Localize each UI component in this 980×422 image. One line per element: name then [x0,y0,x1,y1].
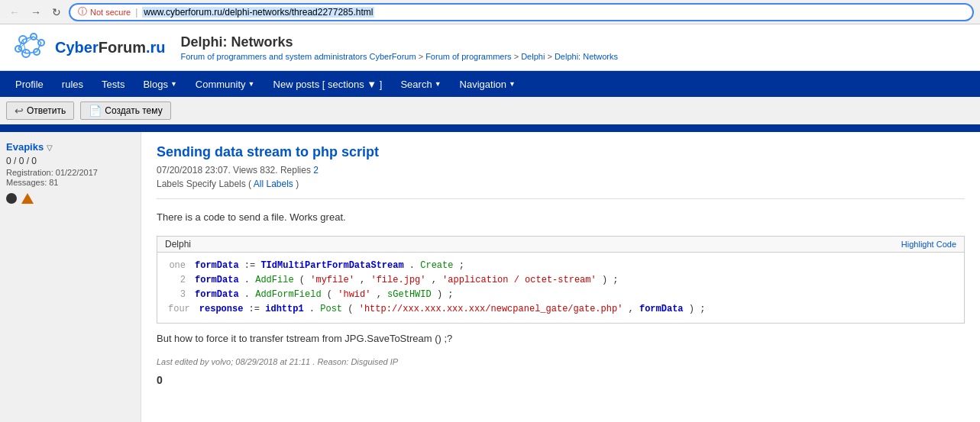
logo-ru: .ru [146,39,166,56]
nav-item-navigation[interactable]: Navigation ▼ [451,71,525,97]
sidebar: Evapiks ▽ 0 / 0 / 0 Registration: 01/22/… [0,132,141,422]
username-link[interactable]: Evapiks [6,141,44,153]
reply-button[interactable]: ↩ Ответить [6,101,74,120]
reply-label: Ответить [27,105,66,116]
line-num-2: 2 [168,273,195,288]
toolbar: ↩ Ответить 📄 Создать тему [0,97,980,126]
user-status-icon [6,193,17,204]
user-score: 0 / 0 / 0 [6,156,134,166]
code-content: one formData := TIdMultiPartFormDataStre… [157,253,964,324]
nav-item-tests[interactable]: Tests [92,71,134,97]
logo-cyber: Cyber [55,39,99,56]
breadcrumb-link-3[interactable]: Delphi [521,52,545,61]
lock-icon: ⓘ [78,5,87,18]
blue-divider [0,126,980,132]
line-num-3: 3 [168,288,195,302]
code-line-3: 3 formData . AddFormField ( 'hwid' , sGe… [168,288,953,302]
all-labels-link[interactable]: All Labels [254,179,293,189]
code-header: Delphi Highlight Code [157,237,964,253]
post-divider [157,198,965,199]
url-bar-container: ⓘ Not secure | www.cyberforum.ru/delphi-… [69,3,974,21]
code-line-4: four response := idhttp1 . Post ( 'http:… [168,302,953,317]
line-code-4: response := idhttp1 . Post ( 'http://xxx… [199,302,706,317]
logo-text: CyberForum.ru [55,39,165,56]
svg-line-9 [26,52,37,53]
create-topic-button[interactable]: 📄 Создать тему [80,101,170,120]
breadcrumb-link-2[interactable]: Forum of programmers [425,52,511,61]
logo-area: CyberForum.ru [12,32,165,63]
nav-item-rules[interactable]: rules [53,71,92,97]
post-footer: Last edited by volvo; 08/29/2018 at 21:1… [157,357,965,366]
user-warning-icon [21,193,34,204]
post-meta: 07/20/2018 23:07. Views 832. Replies 2 [157,165,965,176]
user-registration: Registration: 01/22/2017 [6,168,134,177]
search-arrow: ▼ [435,80,441,88]
post-body-text: There is a code to send a file. Works gr… [157,210,965,225]
blogs-arrow: ▼ [170,80,177,88]
user-messages: Messages: 81 [6,178,134,187]
site-header: CyberForum.ru Delphi: Networks Forum of … [0,24,980,71]
reply-icon: ↩ [15,105,24,117]
url-text[interactable]: www.cyberforum.ru/delphi-networks/thread… [142,7,374,18]
community-arrow: ▼ [248,80,255,88]
line-code-2: formData . AddFile ( 'myfile' , 'file.jp… [195,273,619,288]
nav-item-newposts[interactable]: New posts [ sections ▼ ] [264,71,392,97]
post-score: 0 [157,374,965,386]
line-code-3: formData . AddFormField ( 'hwid' , sGetH… [195,288,454,302]
secure-label: Not secure [90,8,131,17]
post-labels: Labels Specify Labels ( All Labels ) [157,179,965,189]
reload-button[interactable]: ↻ [49,5,64,20]
line-num-1: one [168,259,195,273]
breadcrumb-link-1[interactable]: Forum of programmers and system administ… [180,52,416,61]
code-lang-label: Delphi [165,239,191,250]
specify-labels: Specify Labels [186,179,246,189]
back-button[interactable]: ← [6,5,23,20]
post-date: 07/20/2018 23:07. [157,165,231,176]
page-title: Delphi: Networks [180,34,618,50]
main-content: Sending data stream to php script 07/20/… [141,132,980,422]
post-replies-label: Replies [280,165,311,176]
code-block: Delphi Highlight Code one formData := TI… [157,236,965,324]
address-bar: ← → ↻ ⓘ Not secure | www.cyberforum.ru/d… [0,0,980,24]
nav-bar: Profile rules Tests Blogs ▼ Community ▼ … [0,71,980,97]
create-icon: 📄 [89,105,102,117]
navigation-arrow: ▼ [509,80,516,88]
labels-label: Labels [157,179,183,189]
create-label: Создать тему [105,105,162,116]
logo-forum: Forum [99,39,146,56]
user-dropdown-arrow: ▽ [47,143,53,152]
nav-item-blogs[interactable]: Blogs ▼ [134,71,186,97]
nav-item-profile[interactable]: Profile [6,71,53,97]
post-title: Sending data stream to php script [157,144,965,160]
nav-item-search[interactable]: Search ▼ [391,71,450,97]
secure-badge: ⓘ Not secure [78,5,131,18]
post-views: Views 832. [233,165,277,176]
user-icons [6,193,134,204]
code-line-2: 2 formData . AddFile ( 'myfile' , 'file.… [168,273,953,288]
content-area: Evapiks ▽ 0 / 0 / 0 Registration: 01/22/… [0,132,980,422]
logo-svg-icon [12,32,49,63]
line-num-4: four [168,302,199,317]
post-body-text2: But how to force it to transfer tstream … [157,331,965,346]
header-right: Delphi: Networks Forum of programmers an… [180,34,618,61]
post-replies-link[interactable]: 2 [313,165,319,176]
forward-button[interactable]: → [27,5,44,20]
nav-item-community[interactable]: Community ▼ [186,71,264,97]
line-code-1: formData := TIdMultiPartFormDataStream .… [195,259,464,273]
breadcrumb: Forum of programmers and system administ… [180,52,618,61]
code-line-1: one formData := TIdMultiPartFormDataStre… [168,259,953,273]
breadcrumb-link-4[interactable]: Delphi: Networks [555,52,618,61]
highlight-code-link[interactable]: Highlight Code [901,240,956,249]
